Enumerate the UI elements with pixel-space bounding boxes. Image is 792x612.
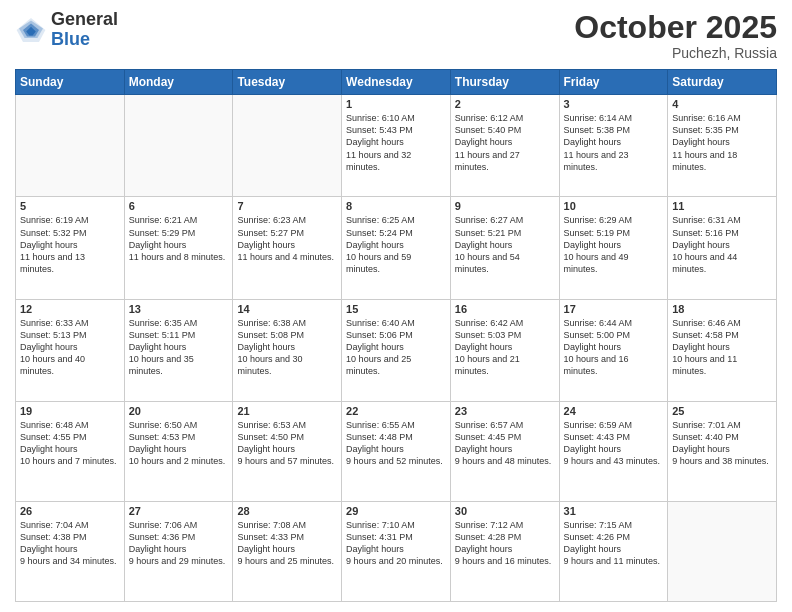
day-number: 30 [455,505,555,517]
calendar-cell: 20 Sunrise: 6:50 AMSunset: 4:53 PMDaylig… [124,401,233,501]
calendar-cell [233,95,342,197]
cell-info: Sunrise: 6:46 AMSunset: 4:58 PMDaylight … [672,317,772,378]
calendar-cell: 15 Sunrise: 6:40 AMSunset: 5:06 PMDaylig… [342,299,451,401]
calendar-cell: 19 Sunrise: 6:48 AMSunset: 4:55 PMDaylig… [16,401,125,501]
day-number: 2 [455,98,555,110]
logo-icon [15,14,47,46]
day-number: 15 [346,303,446,315]
cell-info: Sunrise: 6:50 AMSunset: 4:53 PMDaylight … [129,419,229,468]
cell-info: Sunrise: 6:35 AMSunset: 5:11 PMDaylight … [129,317,229,378]
calendar-header-row: SundayMondayTuesdayWednesdayThursdayFrid… [16,70,777,95]
calendar-cell: 28 Sunrise: 7:08 AMSunset: 4:33 PMDaylig… [233,501,342,601]
cell-info: Sunrise: 6:29 AMSunset: 5:19 PMDaylight … [564,214,664,275]
calendar-cell: 29 Sunrise: 7:10 AMSunset: 4:31 PMDaylig… [342,501,451,601]
calendar-cell: 7 Sunrise: 6:23 AMSunset: 5:27 PMDayligh… [233,197,342,299]
calendar-cell [668,501,777,601]
day-number: 31 [564,505,664,517]
logo-blue-text: Blue [51,30,118,50]
location: Puchezh, Russia [574,45,777,61]
cell-info: Sunrise: 7:01 AMSunset: 4:40 PMDaylight … [672,419,772,468]
day-number: 11 [672,200,772,212]
month-title: October 2025 [574,10,777,45]
calendar-header-friday: Friday [559,70,668,95]
day-number: 23 [455,405,555,417]
cell-info: Sunrise: 6:21 AMSunset: 5:29 PMDaylight … [129,214,229,263]
cell-info: Sunrise: 6:59 AMSunset: 4:43 PMDaylight … [564,419,664,468]
calendar-cell: 11 Sunrise: 6:31 AMSunset: 5:16 PMDaylig… [668,197,777,299]
calendar-cell: 26 Sunrise: 7:04 AMSunset: 4:38 PMDaylig… [16,501,125,601]
cell-info: Sunrise: 6:57 AMSunset: 4:45 PMDaylight … [455,419,555,468]
calendar-cell: 10 Sunrise: 6:29 AMSunset: 5:19 PMDaylig… [559,197,668,299]
calendar-cell: 23 Sunrise: 6:57 AMSunset: 4:45 PMDaylig… [450,401,559,501]
cell-info: Sunrise: 6:38 AMSunset: 5:08 PMDaylight … [237,317,337,378]
cell-info: Sunrise: 6:27 AMSunset: 5:21 PMDaylight … [455,214,555,275]
day-number: 24 [564,405,664,417]
calendar-cell: 22 Sunrise: 6:55 AMSunset: 4:48 PMDaylig… [342,401,451,501]
day-number: 7 [237,200,337,212]
day-number: 1 [346,98,446,110]
day-number: 18 [672,303,772,315]
cell-info: Sunrise: 6:25 AMSunset: 5:24 PMDaylight … [346,214,446,275]
day-number: 10 [564,200,664,212]
calendar-header-sunday: Sunday [16,70,125,95]
calendar-week-5: 26 Sunrise: 7:04 AMSunset: 4:38 PMDaylig… [16,501,777,601]
title-block: October 2025 Puchezh, Russia [574,10,777,61]
cell-info: Sunrise: 6:33 AMSunset: 5:13 PMDaylight … [20,317,120,378]
calendar-cell: 3 Sunrise: 6:14 AMSunset: 5:38 PMDayligh… [559,95,668,197]
day-number: 20 [129,405,229,417]
cell-info: Sunrise: 7:12 AMSunset: 4:28 PMDaylight … [455,519,555,568]
day-number: 3 [564,98,664,110]
day-number: 19 [20,405,120,417]
cell-info: Sunrise: 7:15 AMSunset: 4:26 PMDaylight … [564,519,664,568]
day-number: 5 [20,200,120,212]
day-number: 29 [346,505,446,517]
calendar-cell: 27 Sunrise: 7:06 AMSunset: 4:36 PMDaylig… [124,501,233,601]
calendar-cell: 13 Sunrise: 6:35 AMSunset: 5:11 PMDaylig… [124,299,233,401]
cell-info: Sunrise: 6:40 AMSunset: 5:06 PMDaylight … [346,317,446,378]
day-number: 21 [237,405,337,417]
day-number: 25 [672,405,772,417]
cell-info: Sunrise: 6:42 AMSunset: 5:03 PMDaylight … [455,317,555,378]
calendar-cell: 14 Sunrise: 6:38 AMSunset: 5:08 PMDaylig… [233,299,342,401]
header: General Blue October 2025 Puchezh, Russi… [15,10,777,61]
day-number: 17 [564,303,664,315]
logo-text: General Blue [51,10,118,50]
calendar-table: SundayMondayTuesdayWednesdayThursdayFrid… [15,69,777,602]
cell-info: Sunrise: 7:08 AMSunset: 4:33 PMDaylight … [237,519,337,568]
calendar-week-1: 1 Sunrise: 6:10 AMSunset: 5:43 PMDayligh… [16,95,777,197]
cell-info: Sunrise: 6:19 AMSunset: 5:32 PMDaylight … [20,214,120,275]
calendar-week-3: 12 Sunrise: 6:33 AMSunset: 5:13 PMDaylig… [16,299,777,401]
cell-info: Sunrise: 6:44 AMSunset: 5:00 PMDaylight … [564,317,664,378]
calendar-cell: 24 Sunrise: 6:59 AMSunset: 4:43 PMDaylig… [559,401,668,501]
cell-info: Sunrise: 6:14 AMSunset: 5:38 PMDaylight … [564,112,664,173]
cell-info: Sunrise: 6:55 AMSunset: 4:48 PMDaylight … [346,419,446,468]
calendar-header-wednesday: Wednesday [342,70,451,95]
calendar-cell: 31 Sunrise: 7:15 AMSunset: 4:26 PMDaylig… [559,501,668,601]
calendar-cell: 30 Sunrise: 7:12 AMSunset: 4:28 PMDaylig… [450,501,559,601]
day-number: 28 [237,505,337,517]
cell-info: Sunrise: 7:04 AMSunset: 4:38 PMDaylight … [20,519,120,568]
calendar-week-4: 19 Sunrise: 6:48 AMSunset: 4:55 PMDaylig… [16,401,777,501]
calendar-cell: 21 Sunrise: 6:53 AMSunset: 4:50 PMDaylig… [233,401,342,501]
day-number: 26 [20,505,120,517]
day-number: 12 [20,303,120,315]
cell-info: Sunrise: 7:10 AMSunset: 4:31 PMDaylight … [346,519,446,568]
day-number: 6 [129,200,229,212]
calendar-cell: 5 Sunrise: 6:19 AMSunset: 5:32 PMDayligh… [16,197,125,299]
day-number: 8 [346,200,446,212]
calendar-cell: 6 Sunrise: 6:21 AMSunset: 5:29 PMDayligh… [124,197,233,299]
calendar-header-thursday: Thursday [450,70,559,95]
calendar-cell: 9 Sunrise: 6:27 AMSunset: 5:21 PMDayligh… [450,197,559,299]
calendar-cell: 2 Sunrise: 6:12 AMSunset: 5:40 PMDayligh… [450,95,559,197]
calendar-cell: 18 Sunrise: 6:46 AMSunset: 4:58 PMDaylig… [668,299,777,401]
calendar-header-tuesday: Tuesday [233,70,342,95]
day-number: 22 [346,405,446,417]
calendar-cell: 8 Sunrise: 6:25 AMSunset: 5:24 PMDayligh… [342,197,451,299]
day-number: 9 [455,200,555,212]
calendar-cell: 16 Sunrise: 6:42 AMSunset: 5:03 PMDaylig… [450,299,559,401]
calendar-header-monday: Monday [124,70,233,95]
calendar-cell: 12 Sunrise: 6:33 AMSunset: 5:13 PMDaylig… [16,299,125,401]
logo: General Blue [15,10,118,50]
cell-info: Sunrise: 7:06 AMSunset: 4:36 PMDaylight … [129,519,229,568]
day-number: 13 [129,303,229,315]
